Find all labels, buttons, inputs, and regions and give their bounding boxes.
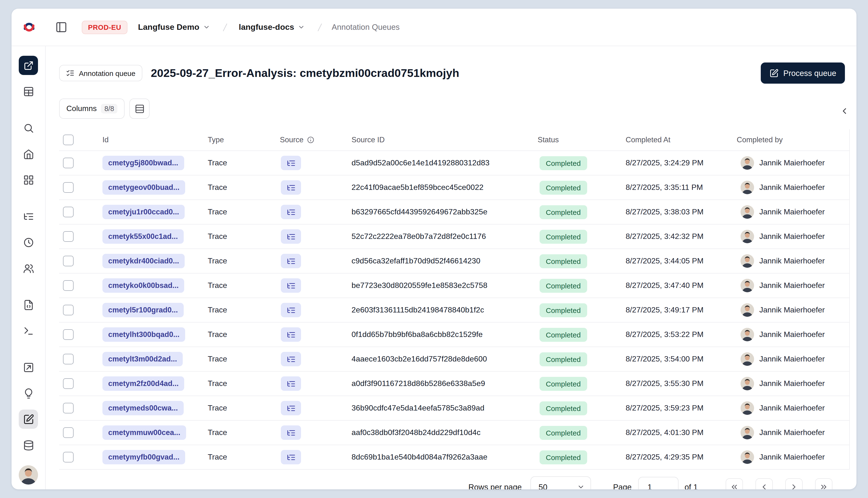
item-id-badge[interactable]: cmetyju1r00ccad0... (102, 205, 185, 220)
table-row[interactable]: cmetyju1r00ccad0... Trace b63297665cfd44… (59, 200, 849, 225)
type-cell: Trace (208, 380, 280, 388)
source-trace-icon[interactable] (281, 450, 301, 464)
datasets-database-icon[interactable] (19, 435, 38, 455)
queue-badge-label: Annotation queue (79, 69, 135, 77)
source-trace-icon[interactable] (281, 328, 301, 342)
row-checkbox[interactable] (63, 329, 74, 340)
source-trace-icon[interactable] (281, 377, 301, 391)
process-queue-button[interactable]: Process queue (761, 63, 845, 84)
lightbulb-icon[interactable] (19, 384, 38, 403)
table-row[interactable]: cmetym2fz00d4ad... Trace a0df3f901167218… (59, 372, 849, 396)
table-row[interactable]: cmetyk55x00c1ad... Trace 52c72c2222ea78e… (59, 225, 849, 249)
avatar (741, 426, 754, 440)
row-checkbox[interactable] (63, 182, 74, 193)
completed-by-name: Jannik Maierhoefer (759, 429, 825, 437)
row-checkbox[interactable] (63, 280, 74, 291)
table-row[interactable]: cmetymmuw00cea... Trace aaf0c38db0f3f204… (59, 421, 849, 445)
rows-per-page-select[interactable]: 50 (530, 476, 591, 489)
source-trace-icon[interactable] (281, 230, 301, 244)
table-row[interactable]: cmetylht300bqad0... Trace 0f1dd65b7bb9bf… (59, 323, 849, 347)
columns-button[interactable]: Columns 8/8 (59, 99, 125, 119)
sidebar-toggle-icon[interactable] (53, 19, 69, 35)
completed-by-name: Jannik Maierhoefer (759, 257, 825, 265)
info-icon[interactable] (307, 136, 314, 144)
completed-by-name: Jannik Maierhoefer (759, 208, 825, 217)
item-id-badge[interactable]: cmetymmuw00cea... (102, 425, 186, 440)
page-number-input[interactable] (638, 477, 679, 489)
users-icon[interactable] (19, 259, 38, 278)
dashboard-grid-icon[interactable] (19, 170, 38, 189)
breadcrumb-section[interactable]: Annotation Queues (332, 23, 400, 32)
table-view-icon[interactable] (19, 82, 38, 101)
type-cell: Trace (208, 453, 280, 462)
collapse-panel-icon[interactable] (836, 103, 853, 119)
status-badge: Completed (540, 328, 587, 342)
source-trace-icon[interactable] (281, 303, 301, 317)
row-checkbox[interactable] (63, 379, 74, 389)
row-checkbox[interactable] (63, 232, 74, 242)
table-row[interactable]: cmetymyfb00gvad... Trace 8dc69b1ba1e540b… (59, 445, 849, 470)
annotation-queues-icon[interactable] (19, 409, 38, 429)
next-page-icon[interactable] (785, 479, 803, 489)
environment-badge[interactable]: PROD-EU (82, 21, 127, 34)
playground-terminal-icon[interactable] (19, 321, 38, 340)
annotation-queue-badge[interactable]: Annotation queue (59, 65, 142, 81)
item-id-badge[interactable]: cmetymyfb00gvad... (102, 450, 185, 464)
table-row[interactable]: cmetyko0k00bsad... Trace be7723e30d80205… (59, 274, 849, 298)
source-trace-icon[interactable] (281, 205, 301, 220)
page-header: Annotation queue 2025-09-27_Error-Analys… (59, 59, 845, 87)
project-switcher[interactable]: langfuse-docs (236, 22, 308, 32)
traces-tree-icon[interactable] (19, 207, 38, 226)
sessions-clock-icon[interactable] (19, 233, 38, 252)
source-id-cell: 2e603f31361115db24198478840b1f2c (351, 306, 537, 315)
source-trace-icon[interactable] (281, 352, 301, 367)
source-trace-icon[interactable] (281, 278, 301, 293)
prompts-file-icon[interactable] (19, 295, 38, 314)
row-checkbox[interactable] (63, 403, 74, 414)
evaluation-square-arrow-icon[interactable] (19, 358, 38, 377)
item-id-badge[interactable]: cmetyl5r100grad0... (102, 303, 184, 317)
table-row[interactable]: cmetyg5j800bwad... Trace d5ad9d52a00c6e1… (59, 151, 849, 176)
table-row[interactable]: cmetykdr400ciad0... Trace c9d56ca32efaff… (59, 249, 849, 274)
row-checkbox[interactable] (63, 452, 74, 463)
source-id-cell: 52c72c2222ea78e0b7a72d8f2e0c1176 (351, 233, 537, 241)
last-page-icon[interactable] (815, 479, 832, 489)
home-icon[interactable] (19, 144, 38, 163)
main-panel: Annotation queue 2025-09-27_Error-Analys… (46, 46, 856, 489)
source-id-cell: b63297665cfd4439592649672abb325e (351, 208, 537, 217)
row-checkbox[interactable] (63, 158, 74, 169)
source-trace-icon[interactable] (281, 156, 301, 170)
row-checkbox[interactable] (63, 207, 74, 218)
item-id-badge[interactable]: cmetykdr400ciad0... (102, 254, 185, 268)
item-id-badge[interactable]: cmetyko0k00bsad... (102, 278, 184, 293)
langfuse-logo-icon[interactable] (22, 21, 36, 34)
source-trace-icon[interactable] (281, 401, 301, 416)
item-id-badge[interactable]: cmetygeov00buad... (102, 181, 185, 195)
item-id-badge[interactable]: cmetylht300bqad0... (102, 328, 185, 342)
select-all-checkbox[interactable] (63, 135, 74, 145)
search-icon[interactable] (19, 118, 38, 137)
item-id-badge[interactable]: cmetyk55x00c1ad... (102, 230, 184, 244)
row-checkbox[interactable] (63, 256, 74, 266)
item-id-badge[interactable]: cmetylt3m00d2ad... (102, 352, 183, 367)
row-checkbox[interactable] (63, 428, 74, 438)
table-row[interactable]: cmetyl5r100grad0... Trace 2e603f31361115… (59, 298, 849, 323)
table-row[interactable]: cmetygeov00buad... Trace 22c41f09acae5b1… (59, 176, 849, 200)
table-row[interactable]: cmetymeds00cwa... Trace 36b90cdfc47e5da1… (59, 396, 849, 421)
user-avatar[interactable] (19, 465, 38, 485)
source-trace-icon[interactable] (281, 181, 301, 195)
item-id-badge[interactable]: cmetym2fz00d4ad... (102, 377, 184, 391)
item-id-badge[interactable]: cmetymeds00cwa... (102, 401, 184, 416)
avatar (741, 353, 754, 366)
source-trace-icon[interactable] (281, 425, 301, 440)
row-checkbox[interactable] (63, 305, 74, 316)
table-row[interactable]: cmetylt3m00d2ad... Trace 4aaece1603cb2e1… (59, 347, 849, 372)
source-trace-icon[interactable] (281, 254, 301, 268)
item-id-badge[interactable]: cmetyg5j800bwad... (102, 156, 184, 170)
first-page-icon[interactable] (726, 479, 743, 489)
org-switcher[interactable]: Langfuse Demo (135, 22, 213, 32)
external-link-icon[interactable] (19, 56, 38, 75)
row-checkbox[interactable] (63, 354, 74, 365)
prev-page-icon[interactable] (755, 479, 773, 489)
row-height-button[interactable] (130, 99, 150, 119)
